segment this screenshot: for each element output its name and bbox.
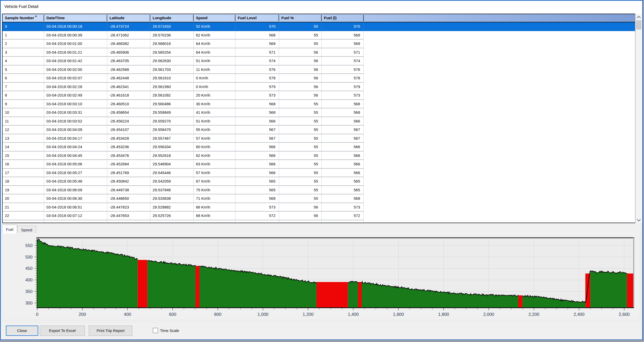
cell-lat: -28.454107 <box>107 126 150 134</box>
table-row[interactable]: 1003-04-2018 00:03:31-28.45865429.559849… <box>3 108 635 117</box>
tab-fuel[interactable]: Fuel <box>2 225 17 233</box>
cell-lat: -28.453236 <box>107 143 150 151</box>
table-row[interactable]: 203-04-2018 00:01:00-28.46838229.5680166… <box>3 40 635 48</box>
cell-datetime: 03-04-2018 00:02:49 <box>44 91 107 100</box>
table-row-selected[interactable]: 003-04-2018 00:00:18-28.47372429.5718335… <box>3 22 635 31</box>
table-row[interactable]: 1403-04-2018 00:04:24-28.45323629.556334… <box>3 143 635 151</box>
chevron-down-icon <box>637 217 641 222</box>
row-filler <box>364 151 635 160</box>
table-row[interactable]: 1303-04-2018 00:04:17-28.45342829.557467… <box>3 134 635 143</box>
table-row[interactable]: 1203-04-2018 00:04:09-28.45410729.558470… <box>3 126 635 134</box>
cell-datetime: 03-04-2018 00:05:48 <box>44 177 107 186</box>
x-axis-label: 0 <box>36 312 38 317</box>
table-row[interactable]: 2003-04-2018 00:06:30-28.44865029.533638… <box>3 194 635 203</box>
fuel-area-segment <box>590 271 627 307</box>
cell-sample: 4 <box>3 57 44 65</box>
cell-datetime: 03-04-2018 00:01:00 <box>44 40 107 48</box>
row-filler <box>364 177 635 186</box>
x-axis-label: 600 <box>169 312 176 317</box>
cell-lon: 29.562630 <box>150 57 194 65</box>
scroll-down-button[interactable] <box>636 217 641 223</box>
table-row[interactable]: 903-04-2018 00:03:10-28.46051029.5604863… <box>3 100 635 109</box>
cell-fuel_l: 573 <box>322 91 364 100</box>
column-header-fuel_level[interactable]: Fuel Level <box>235 14 279 22</box>
chart-tabs: FuelSpeed <box>2 225 36 233</box>
cell-datetime: 03-04-2018 00:06:51 <box>44 203 107 212</box>
column-separator[interactable] <box>363 15 364 21</box>
cell-speed: 41 Km\h <box>194 108 235 117</box>
table-row[interactable]: 303-04-2018 00:01:21-28.46590629.5652546… <box>3 48 635 57</box>
cell-speed: 55 Km\h <box>194 126 235 134</box>
column-header-fuel_pct[interactable]: Fuel % <box>279 14 322 22</box>
table-row[interactable]: 1903-04-2018 00:06:09-28.44973829.537846… <box>3 186 635 195</box>
cell-fuel_level: 566 <box>235 143 279 151</box>
cell-fuel_l: 576 <box>322 65 364 74</box>
x-axis-label: 1,200 <box>303 312 314 317</box>
cell-lat: -28.447586 <box>107 220 150 223</box>
cell-datetime: 03-04-2018 00:02:00 <box>44 65 107 74</box>
scroll-up-button[interactable] <box>636 14 641 20</box>
cell-fuel_l: 571 <box>322 48 364 57</box>
table-row[interactable]: 803-04-2018 00:02:49-28.46161829.5610922… <box>3 91 635 100</box>
table-row[interactable]: 1603-04-2018 00:05:06-28.45268429.548904… <box>3 160 635 169</box>
column-header-sample[interactable]: Sample Number▼ <box>3 14 44 22</box>
table-row[interactable]: 103-04-2018 00:00:39-28.47106229.5702366… <box>3 31 635 40</box>
column-header-lon[interactable]: Longitude <box>150 14 194 22</box>
cell-fuel_pct: 56 <box>279 212 322 220</box>
stopped-region <box>358 282 362 307</box>
table-row[interactable]: 403-04-2018 00:01:42-28.46370529.5626305… <box>3 57 635 65</box>
row-filler <box>364 143 635 151</box>
column-header-lat[interactable]: Latitude <box>107 14 150 22</box>
cell-speed: 51 Km\h <box>194 117 235 126</box>
cell-fuel_pct: 55 <box>279 194 322 203</box>
cell-fuel_level: 573 <box>235 91 279 100</box>
cell-fuel_pct: 56 <box>279 48 322 57</box>
stopped-region <box>316 282 348 307</box>
samples-table: Sample Number▼Date/TimeLatitudeLongitude… <box>2 14 635 223</box>
cell-sample: 1 <box>3 31 44 40</box>
close-button[interactable]: Close <box>6 326 38 336</box>
cell-speed: 0 Km\h <box>194 83 235 91</box>
x-axis-label: 1,600 <box>393 312 404 317</box>
table-row[interactable]: 703-04-2018 00:02:28-28.46234129.5615600… <box>3 83 635 91</box>
table-row[interactable]: 603-04-2018 00:02:07-28.46244829.5616100… <box>3 74 635 83</box>
table-row[interactable]: 2103-04-2018 00:06:51-28.44782329.529882… <box>3 203 635 212</box>
cell-fuel_pct: 55 <box>279 151 322 160</box>
table-row[interactable]: 2303-04-2018 00:07:33-28.44758629.522020… <box>3 220 635 223</box>
table-row[interactable]: 1503-04-2018 00:04:45-28.45347629.552618… <box>3 151 635 160</box>
cell-fuel_pct: 55 <box>279 108 322 117</box>
column-header-speed[interactable]: Speed <box>194 14 235 22</box>
table-row[interactable]: 1703-04-2018 00:05:27-28.45176929.545446… <box>3 169 635 177</box>
tab-speed[interactable]: Speed <box>17 226 36 233</box>
cell-sample: 14 <box>3 143 44 151</box>
cell-lon: 29.548904 <box>150 160 194 169</box>
cell-fuel_l: 566 <box>322 169 364 177</box>
column-header-datetime[interactable]: Date/Time <box>44 14 107 22</box>
export-to-excel-button[interactable]: Export To Excel <box>40 326 85 336</box>
cell-speed: 66 Km\h <box>194 203 235 212</box>
table-row[interactable]: 2203-04-2018 00:07:12-28.44765329.525726… <box>3 212 635 220</box>
cell-speed: 52 Km\h <box>194 22 235 31</box>
row-filler <box>364 22 635 31</box>
cell-datetime: 03-04-2018 00:03:52 <box>44 117 107 126</box>
cell-fuel_pct: 56 <box>279 203 322 212</box>
table-row[interactable]: 503-04-2018 00:02:00-28.46256829.5617031… <box>3 65 635 74</box>
table-row[interactable]: 1103-04-2018 00:03:52-28.45622429.559270… <box>3 117 635 126</box>
vertical-scrollbar[interactable] <box>636 14 641 223</box>
cell-fuel_l: 569 <box>322 40 364 48</box>
cell-fuel_level: 570 <box>235 22 279 31</box>
page-title: Vehicle Fuel Detail <box>4 4 38 9</box>
cell-sample: 9 <box>3 100 44 109</box>
cell-lon: 29.561703 <box>150 65 194 74</box>
cell-lat: -28.468382 <box>107 40 150 48</box>
time-scale-checkbox[interactable] <box>153 328 158 333</box>
x-axis-label: 200 <box>79 312 86 317</box>
x-axis-label: 800 <box>214 312 221 317</box>
scrollbar-thumb[interactable] <box>636 20 641 30</box>
cell-sample: 11 <box>3 117 44 126</box>
print-trip-report-button[interactable]: Print Trip Report <box>89 326 132 336</box>
cell-sample: 13 <box>3 134 44 143</box>
cell-fuel_pct: 55 <box>279 100 322 109</box>
column-header-fuel_l[interactable]: Fuel (l) <box>322 14 364 22</box>
table-row[interactable]: 1803-04-2018 00:05:48-28.45084229.542059… <box>3 177 635 186</box>
